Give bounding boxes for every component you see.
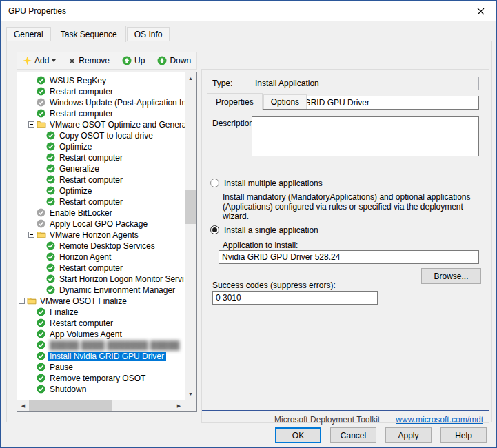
tree-item[interactable]: Pause [17,362,185,373]
remove-button[interactable]: Remove [65,54,112,67]
step-success-icon [37,318,46,328]
remove-icon [68,57,76,65]
install-single-application-radio[interactable]: Install a single application [210,225,318,236]
up-icon [122,56,132,65]
add-button[interactable]: Add [20,54,59,67]
task-sequence-tab-page: Add Remove Up Do [6,41,492,422]
tree-item[interactable]: Restart computer [17,174,185,185]
radio-selected-icon [210,225,219,234]
tree-vertical-scrollbar[interactable]: ▲ ▼ [185,72,196,400]
tree-item[interactable]: Remote Desktop Services [17,241,185,252]
tab-os-info[interactable]: OS Info [127,27,170,41]
tree-item[interactable]: Restart computer [17,152,185,163]
tree-item[interactable]: Finalize [17,307,185,318]
collapse-icon[interactable] [19,298,25,304]
cancel-button[interactable]: Cancel [330,427,376,443]
up-button[interactable]: Up [119,54,148,67]
tree-item[interactable]: VMware OSOT Finalize [17,296,185,307]
tree-item[interactable]: Restart computer [17,263,185,274]
tree-item[interactable]: VMware Horizon Agents [17,230,185,241]
tree-item[interactable]: Horizon Agent [17,252,185,263]
close-button[interactable] [465,1,496,21]
application-to-install-label: Application to install: [223,241,298,250]
install-multiple-applications-radio[interactable]: Install multiple applications [210,179,323,190]
tree-item[interactable]: Restart computer [17,86,185,97]
title-bar: GPU Properties [1,1,496,21]
tree-item[interactable]: Dynamic Environment Manager [17,285,185,296]
step-success-icon [37,87,46,96]
success-codes-field[interactable] [212,291,378,305]
tree-item-label: Optimize [57,186,94,196]
tree-item-label: Remove temporary OSOT [48,374,148,383]
scroll-up-icon[interactable]: ▲ [185,72,196,84]
step-success-icon [37,340,46,350]
step-success-icon [46,164,56,174]
scroll-left-icon[interactable]: ◀ [17,400,29,411]
tree-item-label: Start Horizon Logon Monitor Servi [57,274,185,284]
tree-item-label: Windows Update (Post-Application Ins [48,98,185,108]
description-field[interactable] [252,116,479,156]
tree-item[interactable]: Restart computer [17,196,185,207]
horizontal-scrollbar-thumb[interactable] [29,400,112,411]
collapse-icon[interactable] [28,232,34,238]
tree-item[interactable]: █████ ████ ███████ █████ [17,340,185,351]
tree-item[interactable]: Windows Update (Post-Application Ins [17,97,185,108]
add-button-label: Add [34,56,49,65]
tree-item[interactable]: VMware OSOT Optimize and Generali [17,119,185,130]
tree-item-label: Copy OSOT to local drive [57,131,155,141]
tree-item-label: WSUS RegKey [48,76,108,85]
dialog-button-row: OKCancelApplyHelp [1,427,496,443]
tree-item-label: Restart computer [57,263,125,273]
tab-general[interactable]: General [6,27,51,41]
step-success-icon [46,186,56,196]
install-single-application-label: Install a single application [224,225,318,235]
tree-item[interactable]: Restart computer [17,108,185,119]
tree-item[interactable]: Generalize [17,163,185,174]
browse-button[interactable]: Browse... [421,268,481,284]
tab-properties[interactable]: Properties [207,93,263,110]
description-label: Description: [212,119,256,128]
tree-item[interactable]: Start Horizon Logon Monitor Servi [17,274,185,285]
tree-item[interactable]: Optimize [17,185,185,196]
tree-item-label: Apply Local GPO Package [48,219,150,229]
mdt-website-link[interactable]: www.microsoft.com/mdt [396,415,483,425]
tree-item-label: █████ ████ ███████ █████ [48,340,182,350]
remove-button-label: Remove [79,56,110,65]
down-icon [157,56,167,65]
tree-item[interactable]: Enable BitLocker [17,207,185,218]
radio-unselected-icon [210,179,219,187]
tree-item-label: Restart computer [57,175,125,185]
tree-item[interactable]: Apply Local GPO Package [17,218,185,230]
tree-item[interactable]: WSUS RegKey [17,75,185,86]
tree-item-label: Dynamic Environment Manager [57,285,177,295]
ok-button[interactable]: OK [275,427,321,443]
apply-button[interactable]: Apply [385,427,432,443]
step-success-icon [46,274,56,284]
tree-horizontal-scrollbar[interactable]: ◀ ▶ [17,400,185,411]
step-success-icon [37,352,46,361]
tree-item[interactable]: Restart computer [17,318,185,329]
tree-item[interactable]: Remove temporary OSOT [17,373,185,384]
tree-item[interactable]: Optimize [17,141,185,152]
tab-options[interactable]: Options [263,94,307,109]
vertical-scrollbar-thumb[interactable] [185,190,196,224]
folder-icon [37,120,46,130]
tree-item-label: Restart computer [57,197,125,207]
down-button[interactable]: Down [154,54,194,67]
tree-item[interactable]: Install Nvidia GRID GPU Driver [17,351,185,362]
folder-icon [27,296,37,306]
help-button[interactable]: Help [440,427,487,443]
install-multiple-applications-label: Install multiple applications [224,179,323,188]
folder-icon [37,230,46,240]
collapse-icon[interactable] [28,121,34,128]
scroll-down-icon[interactable]: ▼ [185,388,196,400]
tree-item-label: Restart computer [48,318,115,328]
tab-task-sequence[interactable]: Task Sequence [52,26,126,42]
tree-item[interactable]: Copy OSOT to local drive [17,130,185,141]
up-button-label: Up [134,56,145,65]
scroll-right-icon[interactable]: ▶ [173,400,185,411]
application-to-install-field[interactable] [219,250,479,264]
tree-item[interactable]: App Volumes Agent [17,329,185,340]
step-success-icon [46,252,56,262]
tree-item[interactable]: Shutdown [17,384,185,395]
